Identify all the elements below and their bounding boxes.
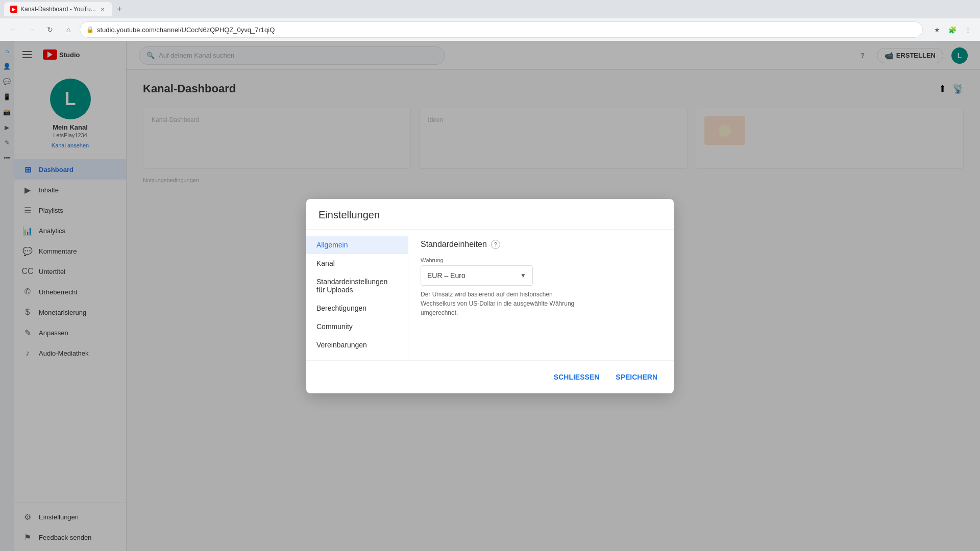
section-title-text: Standardeinheiten [421, 240, 487, 249]
lock-icon: 🔒 [86, 26, 94, 33]
address-bar[interactable]: 🔒 studio.youtube.com/channel/UCocN6zQPHQ… [80, 21, 923, 38]
currency-value: EUR – Euro [427, 271, 465, 280]
browser-tab-active[interactable]: ▶ Kanal-Dashboard - YouTu... ✕ [4, 2, 112, 16]
modal-nav-label-community: Community [316, 322, 353, 331]
back-button[interactable]: ← [6, 22, 20, 37]
currency-select[interactable]: EUR – Euro ▼ [421, 265, 533, 286]
browser-chrome: ▶ Kanal-Dashboard - YouTu... ✕ + ← → ↻ ⌂… [0, 0, 980, 41]
modal-nav-berechtigungen[interactable]: Berechtigungen [306, 299, 408, 317]
tab-close-button[interactable]: ✕ [99, 6, 106, 13]
save-button[interactable]: SPEICHERN [611, 369, 662, 385]
home-button[interactable]: ⌂ [61, 22, 76, 37]
extension-icon[interactable]: 🧩 [946, 23, 959, 36]
modal-content-area: Standardeinheiten ? Währung EUR – Euro ▼… [408, 230, 674, 360]
modal-nav: Allgemein Kanal Standardeinstellungen fü… [306, 230, 408, 360]
address-bar-row: ← → ↻ ⌂ 🔒 studio.youtube.com/channel/UCo… [0, 18, 980, 41]
modal-header: Einstellungen [306, 199, 674, 230]
select-arrow-icon: ▼ [520, 272, 526, 279]
currency-label: Währung [421, 257, 662, 263]
modal-nav-community[interactable]: Community [306, 317, 408, 336]
tab-title: Kanal-Dashboard - YouTu... [20, 6, 96, 13]
modal-section-title: Standardeinheiten ? [421, 240, 662, 249]
modal-nav-vereinbarungen[interactable]: Vereinbarungen [306, 336, 408, 354]
settings-modal: Einstellungen Allgemein Kanal Standardei… [306, 199, 674, 393]
url-text: studio.youtube.com/channel/UCocN6zQPHQZ_… [97, 26, 275, 34]
modal-nav-label-standard: Standardeinstellungen für Uploads [316, 278, 387, 294]
currency-form-group: Währung EUR – Euro ▼ Der Umsatz wird bas… [421, 257, 662, 317]
modal-body: Allgemein Kanal Standardeinstellungen fü… [306, 230, 674, 360]
modal-nav-standardeinstellungen[interactable]: Standardeinstellungen für Uploads [306, 272, 408, 299]
modal-nav-label-vereinbarungen: Vereinbarungen [316, 341, 367, 349]
reload-button[interactable]: ↻ [43, 22, 57, 37]
modal-footer: SCHLIESSEN SPEICHERN [306, 360, 674, 393]
tab-favicon: ▶ [10, 6, 17, 13]
modal-nav-kanal[interactable]: Kanal [306, 254, 408, 272]
currency-hint: Der Umsatz wird basierend auf dem histor… [421, 290, 584, 317]
modal-nav-label-allgemein: Allgemein [316, 241, 348, 249]
modal-nav-label-kanal: Kanal [316, 259, 335, 267]
browser-actions: ★ 🧩 ⋮ [931, 23, 974, 36]
modal-nav-allgemein[interactable]: Allgemein [306, 236, 408, 254]
menu-icon[interactable]: ⋮ [962, 23, 974, 36]
modal-title: Einstellungen [318, 209, 662, 221]
forward-button[interactable]: → [24, 22, 39, 37]
tab-bar: ▶ Kanal-Dashboard - YouTu... ✕ + [0, 0, 980, 18]
modal-overlay: Einstellungen Allgemein Kanal Standardei… [0, 41, 980, 551]
close-button[interactable]: SCHLIESSEN [550, 369, 603, 385]
new-tab-button[interactable]: + [112, 2, 127, 16]
help-icon-button[interactable]: ? [491, 240, 500, 249]
bookmark-icon[interactable]: ★ [931, 23, 943, 36]
modal-nav-label-berechtigungen: Berechtigungen [316, 304, 366, 312]
